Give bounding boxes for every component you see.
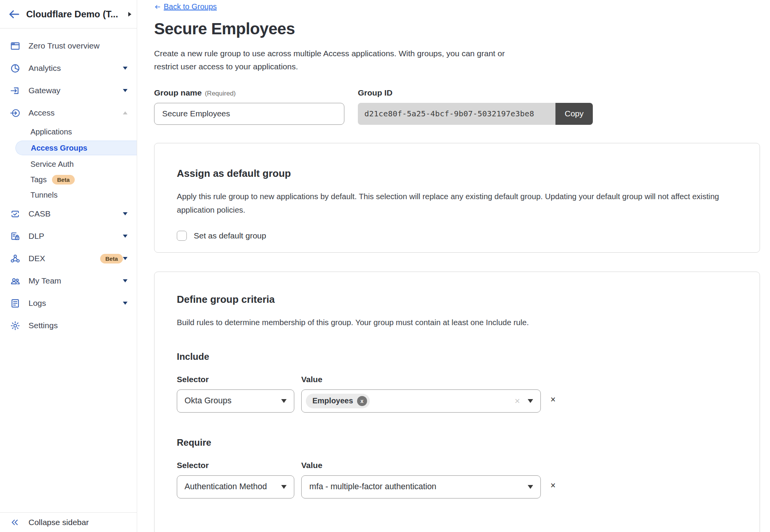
sidebar-item-tags[interactable]: Tags Beta (0, 172, 137, 187)
sidebar-nav: Zero Trust overview Analytics Gateway Ac… (0, 29, 137, 337)
back-to-groups-link[interactable]: Back to Groups (154, 2, 217, 11)
chevron-down-icon (281, 485, 287, 489)
group-name-label: Group name (154, 88, 202, 97)
require-rule-row: Authentication Method mfa - multiple-fac… (177, 475, 737, 498)
require-heading: Require (177, 437, 737, 448)
selector-label: Selector (177, 461, 301, 470)
include-section: Include Selector Value Okta Groups Emplo… (177, 351, 737, 413)
chevron-right-icon[interactable] (128, 12, 131, 17)
gear-icon (10, 321, 20, 331)
collapse-sidebar-label: Collapse sidebar (29, 518, 89, 527)
value-tag-label: Employees (312, 396, 353, 405)
sidebar-item-analytics[interactable]: Analytics (0, 57, 137, 79)
sidebar-item-my-team[interactable]: My Team (0, 270, 137, 292)
default-group-card-description: Apply this rule group to new application… (177, 190, 728, 217)
include-selector-dropdown[interactable]: Okta Groups (177, 389, 294, 413)
selector-label: Selector (177, 375, 301, 384)
remove-include-rule-icon[interactable]: × (550, 395, 555, 413)
remove-tag-icon[interactable]: x (357, 396, 367, 406)
chevron-down-icon (528, 485, 533, 489)
require-rule-labels: Selector Value (177, 461, 737, 470)
group-name-input[interactable] (154, 103, 344, 125)
page-title: Secure Employees (154, 20, 760, 38)
include-rule-row: Okta Groups Employees x × × (177, 389, 737, 413)
chevron-down-icon[interactable] (123, 302, 127, 305)
chevron-down-icon[interactable] (123, 235, 127, 238)
set-default-group-checkbox[interactable] (177, 231, 187, 241)
pie-chart-icon (10, 63, 20, 74)
criteria-card-title: Define group criteria (177, 294, 737, 305)
team-icon (10, 276, 20, 286)
chevron-down-icon[interactable] (123, 89, 127, 92)
sidebar-item-label: Zero Trust overview (29, 41, 127, 50)
collapse-sidebar-button[interactable]: Collapse sidebar (0, 512, 137, 532)
access-icon (10, 108, 20, 118)
include-heading: Include (177, 351, 737, 362)
gateway-icon (10, 86, 20, 96)
sidebar-item-zero-trust-overview[interactable]: Zero Trust overview (0, 35, 137, 57)
chevron-down-icon (281, 399, 287, 403)
group-id-row: d21ce80f-5a25-4bcf-9b07-5032197e3be8 Cop… (358, 103, 593, 125)
network-nodes-icon (10, 253, 20, 264)
window-icon (10, 41, 20, 51)
group-name-field-group: Group name(Required) (154, 88, 344, 125)
sidebar-subitem-label: Access Groups (31, 144, 87, 153)
sidebar-item-settings[interactable]: Settings (0, 314, 137, 337)
clear-values-icon[interactable]: × (515, 396, 520, 406)
chevron-up-icon[interactable] (123, 111, 127, 114)
set-default-group-label: Set as default group (194, 231, 266, 240)
chevron-down-icon[interactable] (123, 279, 127, 282)
remove-require-rule-icon[interactable]: × (550, 481, 555, 498)
beta-badge: Beta (100, 254, 123, 263)
sidebar-item-dex[interactable]: DEX Beta (0, 247, 137, 270)
require-selector-dropdown[interactable]: Authentication Method (177, 475, 294, 498)
sidebar-item-access[interactable]: Access (0, 102, 137, 124)
sidebar-header: Cloudflare Demo (T... (0, 0, 137, 29)
sidebar-item-label: Settings (29, 321, 127, 330)
include-selector-value: Okta Groups (185, 396, 232, 406)
sidebar-item-label: Logs (29, 299, 123, 308)
sidebar-item-label: CASB (29, 209, 123, 218)
sidebar-item-dlp[interactable]: DLP (0, 225, 137, 247)
criteria-card-description: Build rules to determine membership of t… (177, 316, 728, 329)
main-content: Back to Groups Secure Employees Create a… (154, 0, 760, 532)
sidebar-item-label: DLP (29, 232, 123, 241)
sidebar-item-tunnels[interactable]: Tunnels (0, 187, 137, 203)
account-name: Cloudflare Demo (T... (26, 9, 128, 20)
include-rule-labels: Selector Value (177, 375, 737, 384)
sidebar-item-label: My Team (29, 276, 123, 285)
back-arrow-icon[interactable] (8, 8, 20, 20)
default-group-card: Assign as default group Apply this rule … (154, 143, 760, 253)
casb-icon (10, 209, 20, 219)
sidebar-item-logs[interactable]: Logs (0, 292, 137, 314)
sidebar-item-service-auth[interactable]: Service Auth (0, 156, 137, 172)
sidebar-item-access-groups[interactable]: Access Groups (15, 141, 137, 155)
back-link-label: Back to Groups (164, 2, 217, 11)
value-label: Value (301, 375, 322, 384)
sidebar-item-gateway[interactable]: Gateway (0, 79, 137, 102)
chevron-down-icon (528, 399, 533, 403)
set-default-group-checkbox-row[interactable]: Set as default group (177, 231, 737, 241)
sidebar-item-applications[interactable]: Applications (0, 124, 137, 139)
require-selector-value: Authentication Method (185, 482, 267, 492)
sidebar-item-casb[interactable]: CASB (0, 203, 137, 225)
chevron-down-icon[interactable] (123, 257, 127, 260)
back-arrow-icon (154, 4, 161, 10)
group-id-label: Group ID (358, 88, 593, 97)
group-name-label-row: Group name(Required) (154, 88, 344, 97)
include-value-multiselect[interactable]: Employees x × (301, 389, 541, 413)
chevron-down-icon[interactable] (123, 67, 127, 70)
sidebar-subitem-label: Applications (30, 128, 72, 136)
sidebar-item-label: Access (29, 108, 123, 117)
require-section: Require Selector Value Authentication Me… (177, 437, 737, 498)
chevron-down-icon[interactable] (123, 212, 127, 215)
sidebar-item-label: Analytics (29, 64, 123, 73)
require-value-dropdown[interactable]: mfa - multiple-factor authentication (301, 475, 541, 498)
sidebar-subitem-label: Service Auth (30, 160, 74, 169)
copy-button[interactable]: Copy (555, 103, 593, 125)
required-hint: (Required) (205, 90, 236, 97)
value-tag: Employees x (306, 394, 370, 408)
group-id-value: d21ce80f-5a25-4bcf-9b07-5032197e3be8 (358, 103, 555, 125)
criteria-card: Define group criteria Build rules to det… (154, 272, 760, 532)
logs-icon (10, 298, 20, 309)
